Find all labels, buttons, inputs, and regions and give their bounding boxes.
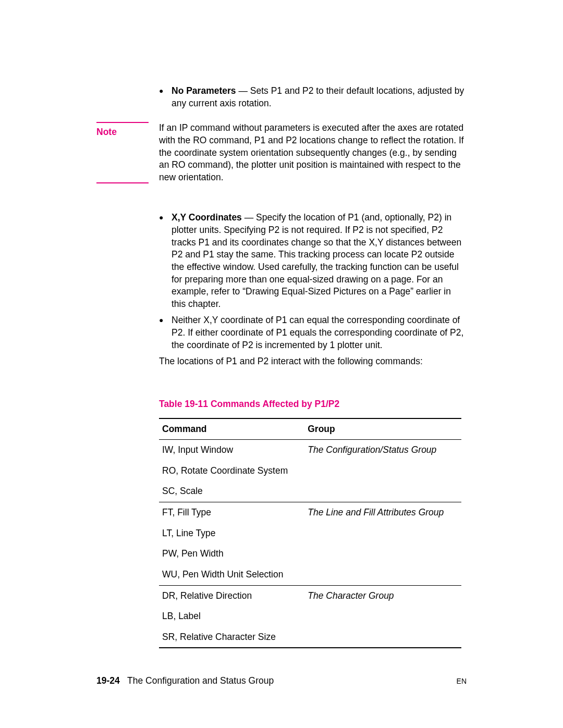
bullet-item-xy-coordinates: ● X,Y Coordinates — Specify the location… bbox=[96, 212, 467, 310]
cell-command: LB, Label bbox=[159, 606, 304, 627]
note-body: If an IP command without parameters is e… bbox=[159, 122, 467, 183]
page: ● No Parameters — Sets P1 and P2 to thei… bbox=[0, 0, 563, 728]
cell-command: FT, Fill Type bbox=[159, 502, 304, 523]
note-rule-top bbox=[96, 122, 149, 123]
bullet-label: X,Y Coordinates bbox=[172, 212, 242, 223]
bullet-text: No Parameters — Sets P1 and P2 to their … bbox=[172, 85, 467, 109]
cell-command: DR, Relative Direction bbox=[159, 585, 304, 606]
footer-page-number: 19-24 bbox=[96, 675, 120, 686]
cell-group: The Character Group bbox=[304, 585, 461, 606]
footer-right: EN bbox=[457, 676, 467, 686]
page-footer: 19-24 The Configuration and Status Group… bbox=[96, 675, 467, 687]
cell-command: SC, Scale bbox=[159, 481, 304, 502]
bullet-label: No Parameters bbox=[172, 85, 236, 96]
table-header-command: Command bbox=[159, 418, 304, 440]
cell-group: The Line and Fill Attributes Group bbox=[304, 502, 461, 523]
table-row: WU, Pen Width Unit Selection bbox=[159, 564, 461, 585]
note-block: Note If an IP command without parameters… bbox=[96, 117, 467, 189]
table-row: RO, Rotate Coordinate System bbox=[159, 461, 461, 482]
bullet-text: Neither X,Y coordinate of P1 can equal t… bbox=[172, 314, 467, 351]
note-rule-bottom bbox=[96, 182, 149, 183]
cell-command: LT, Line Type bbox=[159, 523, 304, 544]
table-row: LT, Line Type bbox=[159, 523, 461, 544]
bullet-icon: ● bbox=[159, 85, 172, 109]
bullet-item-neither: ● Neither X,Y coordinate of P1 can equal… bbox=[96, 314, 467, 351]
bullet-text: X,Y Coordinates — Specify the location o… bbox=[172, 212, 467, 310]
bullet-icon: ● bbox=[159, 314, 172, 351]
table-row: SC, Scale bbox=[159, 481, 461, 502]
table-row: FT, Fill Type The Line and Fill Attribut… bbox=[159, 502, 461, 523]
cell-command: WU, Pen Width Unit Selection bbox=[159, 564, 304, 585]
table-row: SR, Relative Character Size bbox=[159, 627, 461, 648]
cell-command: SR, Relative Character Size bbox=[159, 627, 304, 648]
cell-command: RO, Rotate Coordinate System bbox=[159, 461, 304, 482]
note-label-column: Note bbox=[96, 122, 159, 183]
table-header-group: Group bbox=[304, 418, 461, 440]
cell-command: PW, Pen Width bbox=[159, 544, 304, 564]
table-row: PW, Pen Width bbox=[159, 544, 461, 564]
bullet-icon: ● bbox=[159, 212, 172, 310]
table-row: LB, Label bbox=[159, 606, 461, 627]
table-caption: Table 19-11 Commands Affected by P1/P2 bbox=[96, 398, 467, 411]
table-row: IW, Input Window The Configuration/Statu… bbox=[159, 440, 461, 461]
footer-chapter: The Configuration and Status Group bbox=[127, 675, 274, 686]
cell-command: IW, Input Window bbox=[159, 440, 304, 461]
paragraph-after-bullets: The locations of P1 and P2 interact with… bbox=[96, 355, 467, 368]
note-label: Note bbox=[96, 126, 159, 139]
table-header-row: Command Group bbox=[159, 418, 461, 440]
bullet-item-no-parameters: ● No Parameters — Sets P1 and P2 to thei… bbox=[96, 85, 467, 109]
footer-left: 19-24 The Configuration and Status Group bbox=[96, 675, 274, 687]
table-row: DR, Relative Direction The Character Gro… bbox=[159, 585, 461, 606]
commands-table: Command Group IW, Input Window The Confi… bbox=[159, 418, 461, 649]
cell-group: The Configuration/Status Group bbox=[304, 440, 461, 461]
bullet-body: — Specify the location of P1 (and, optio… bbox=[172, 212, 461, 309]
